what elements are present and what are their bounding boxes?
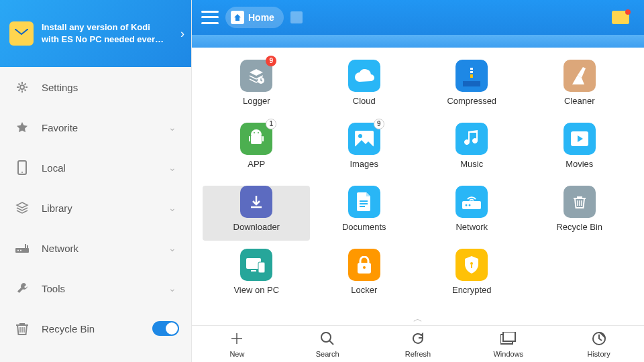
tile-recycle-bin[interactable]: Recycle Bin — [526, 186, 633, 241]
tile-label: Downloader — [233, 222, 280, 232]
tile-label: Music — [460, 159, 483, 169]
tile-documents[interactable]: Documents — [311, 186, 418, 241]
tile-label: Images — [350, 159, 378, 169]
tile-logger[interactable]: 9Logger — [203, 60, 310, 115]
toolbar-windows[interactable]: Windows — [463, 326, 553, 362]
home-tab[interactable]: Home — [225, 7, 284, 28]
tile-label: Cloud — [353, 96, 376, 106]
sidebar-item-local[interactable]: Local⌄ — [0, 147, 191, 188]
chevron-down-icon: ⌄ — [168, 243, 176, 253]
tile-cloud[interactable]: Cloud — [311, 60, 418, 115]
toggle-switch[interactable] — [152, 321, 179, 336]
menu-icon[interactable] — [201, 11, 219, 24]
star-icon — [15, 120, 30, 135]
tile-label: Logger — [243, 96, 270, 106]
sidebar-item-favorite[interactable]: Favorite⌄ — [0, 107, 191, 147]
sidebar-item-network[interactable]: Network⌄ — [0, 228, 191, 268]
toolbar-label: Search — [316, 350, 339, 358]
sidebar-item-library[interactable]: Library⌄ — [0, 188, 191, 228]
trash-icon — [15, 321, 30, 336]
windows-icon — [500, 330, 517, 347]
tile-label: Encrypted — [452, 285, 492, 295]
svg-point-15 — [258, 132, 259, 133]
tile-downloader[interactable]: Downloader — [203, 186, 310, 241]
toolbar-label: History — [587, 350, 610, 358]
svg-rect-12 — [470, 74, 473, 78]
svg-rect-11 — [470, 71, 473, 73]
svg-rect-17 — [262, 136, 264, 141]
svg-point-5 — [17, 250, 19, 251]
home-icon — [231, 11, 244, 24]
router-icon — [15, 241, 30, 255]
stack-icon — [15, 200, 30, 215]
svg-point-3 — [21, 172, 23, 173]
refresh-icon — [409, 330, 427, 347]
bottom-toolbar: NewSearchRefreshWindowsHistory — [192, 325, 644, 362]
tile-view-on-pc[interactable]: View on PC — [203, 249, 310, 304]
phone-icon — [15, 160, 30, 175]
tile-label: Network — [455, 222, 488, 232]
svg-rect-24 — [462, 201, 481, 209]
svg-point-26 — [469, 204, 471, 206]
lock-icon — [348, 249, 380, 281]
download-icon — [240, 186, 272, 218]
sidebar-item-settings[interactable]: Settings — [0, 67, 191, 107]
wifi-icon — [455, 186, 488, 218]
main-area: Home 9LoggerCloudCompressedCleaner1APP9I… — [192, 0, 644, 362]
history-icon — [590, 330, 608, 347]
home-label: Home — [248, 12, 274, 23]
tiles-grid: 9LoggerCloudCompressedCleaner1APP9Images… — [192, 48, 644, 313]
svg-point-25 — [466, 204, 468, 206]
chevron-down-icon: ⌄ — [168, 122, 176, 133]
svg-rect-33 — [471, 265, 472, 268]
tile-label: APP — [248, 159, 265, 169]
promo-banner[interactable]: Install any version of Kodi with ES No P… — [0, 0, 191, 67]
sidebar-item-tools[interactable]: Tools⌄ — [0, 268, 191, 308]
tile-label: Locker — [351, 285, 377, 295]
stack-clock-icon: 9 — [240, 60, 272, 92]
tile-label: Recycle Bin — [556, 222, 602, 232]
tile-music[interactable]: Music — [418, 123, 525, 178]
tile-locker[interactable]: Locker — [311, 249, 418, 304]
svg-rect-13 — [251, 135, 262, 144]
svg-rect-23 — [360, 206, 365, 207]
toolbar-history[interactable]: History — [553, 326, 644, 362]
toolbar-label: Windows — [493, 350, 523, 358]
tile-label: View on PC — [233, 285, 279, 295]
sidebar-item-label: Favorite — [42, 122, 78, 133]
toolbar-search[interactable]: Search — [282, 326, 373, 362]
chevron-right-icon: › — [180, 27, 184, 41]
collapse-icon[interactable]: ︿ — [192, 313, 644, 325]
svg-rect-22 — [360, 203, 368, 204]
tile-label: Movies — [566, 159, 593, 169]
doc-icon — [348, 186, 380, 218]
tile-images[interactable]: 9Images — [311, 123, 418, 178]
toolbar-new[interactable]: New — [192, 326, 282, 362]
badge: 9 — [266, 56, 276, 66]
sidebar-item-label: Network — [42, 243, 78, 254]
tile-encrypted[interactable]: Encrypted — [418, 249, 525, 304]
svg-point-1 — [20, 85, 24, 89]
sidebar-item-label: Local — [42, 162, 66, 174]
tile-cleaner[interactable]: Cleaner — [526, 60, 633, 115]
sidebar-item-label: Library — [42, 202, 72, 214]
sidebar-item-recycle-bin[interactable]: Recycle Bin — [0, 308, 191, 349]
tile-app[interactable]: 1APP — [203, 123, 310, 178]
tile-movies[interactable]: Movies — [526, 123, 633, 178]
tile-label: Cleaner — [564, 96, 595, 106]
tile-network[interactable]: Network — [418, 186, 525, 241]
topbar: Home — [192, 0, 644, 35]
tab-placeholder[interactable] — [290, 11, 303, 23]
sidebar-item-label: Tools — [42, 283, 65, 294]
toolbar-refresh[interactable]: Refresh — [373, 326, 464, 362]
svg-rect-9 — [463, 81, 480, 86]
chevron-down-icon: ⌄ — [168, 162, 176, 173]
tile-compressed[interactable]: Compressed — [418, 60, 525, 115]
toolbar-label: Refresh — [405, 350, 431, 358]
notifications-icon[interactable] — [612, 11, 629, 24]
sidebar-item-label: Settings — [42, 82, 78, 93]
gear-icon — [15, 80, 30, 95]
chevron-down-icon: ⌄ — [168, 202, 176, 213]
toolbar-label: New — [229, 350, 244, 358]
svg-rect-36 — [503, 332, 515, 341]
